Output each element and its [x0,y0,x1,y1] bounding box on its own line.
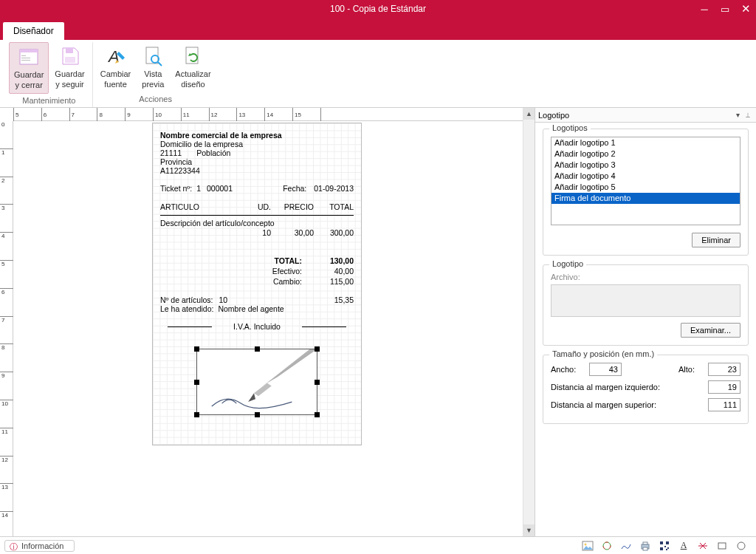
misc-amount: 15,35 [334,295,354,304]
scroll-down-icon[interactable]: ▼ [523,524,535,536]
logotipos-listbox[interactable]: Añadir logotipo 1Añadir logotipo 2Añadir… [551,137,740,225]
tool-cut-icon[interactable] [694,538,712,553]
maximize-button[interactable]: ▭ [715,0,735,18]
refresh-design-button[interactable]: Actualizar diseño [171,42,215,92]
panel-dropdown[interactable]: Logotipo [538,111,732,120]
list-item[interactable]: Añadir logotipo 2 [551,148,740,160]
svg-rect-21 [643,547,647,550]
tab-designer[interactable]: Diseñador [3,22,64,40]
size-position-group: Tamaño y posición (en mm.) Ancho: Alto: … [543,355,749,424]
svg-point-32 [738,542,745,550]
cash-value: 40,00 [302,266,354,276]
label-l2: y cerrar [16,81,43,91]
width-input[interactable] [589,363,622,376]
svg-rect-4 [21,60,30,61]
item-description: Descripción del artículo/concepto [160,219,354,228]
tool-image-icon[interactable] [579,538,597,553]
panel-pin-icon[interactable]: ⟂ [743,111,753,119]
col-total: TOTAL [314,202,354,212]
save-and-close-button[interactable]: Guardar y cerrar [9,42,49,94]
tool-font-icon[interactable]: A [675,538,693,553]
svg-rect-1 [20,49,38,52]
ticket-label: Ticket nº: [160,184,192,193]
change-label: Cambio: [228,276,302,287]
change-value: 115,00 [302,276,354,287]
height-label: Alto: [678,365,704,374]
svg-rect-5 [66,48,73,53]
tool-qr-icon[interactable] [656,538,673,553]
save-icon [58,44,82,68]
panel-dropdown-arrow-icon[interactable]: ▾ [732,111,743,119]
scroll-up-icon[interactable]: ▲ [523,108,535,120]
left-margin-input[interactable] [708,380,740,394]
horizontal-ruler: 0123456789101112131415 [13,108,535,121]
preview-icon [141,44,165,68]
height-input[interactable] [708,363,740,376]
info-button[interactable]: Información [4,540,75,552]
top-margin-input[interactable] [708,398,740,411]
vertical-ruler: 0123456789101112131415 [0,121,13,536]
change-font-button[interactable]: A Cambiar fuente [96,42,136,92]
titlebar: 100 - Copia de Estándar ─ ▭ ✕ [0,0,756,18]
article-count-label: Nº de artículos: [160,295,213,304]
list-item[interactable]: Firma del documento [551,193,740,204]
logotipos-legend: Logotipos [549,123,591,132]
design-canvas-pane: 0123456789101112131415 01234567891011121… [0,108,535,536]
minimize-button[interactable]: ─ [694,0,715,18]
list-item[interactable]: Añadir logotipo 3 [551,160,740,171]
label-l1: Guardar [55,69,84,80]
item-price: 30,00 [271,228,314,238]
col-article: ARTICULO [160,202,241,212]
width-label: Ancho: [551,365,585,374]
article-count-value: 10 [219,295,228,304]
svg-rect-23 [666,541,669,544]
tool-print-icon[interactable] [636,538,654,553]
svg-rect-3 [21,58,30,58]
svg-rect-24 [660,547,663,550]
ribbon-group-mantenimiento: Guardar y cerrar Guardar y seguir Manten… [6,42,93,107]
vertical-scrollbar[interactable]: ▲ ▼ [523,108,535,536]
tool-logo-icon[interactable] [598,538,616,553]
list-item[interactable]: Añadir logotipo 4 [551,171,740,182]
svg-rect-20 [643,542,647,544]
item-qty: 10 [241,228,271,238]
properties-panel: Logotipo ▾ ⟂ Logotipos Añadir logotipo 1… [535,108,756,536]
svg-line-10 [158,62,162,66]
svg-rect-2 [21,55,26,56]
canvas[interactable]: Nombre comercial de la empresa Domicilio… [13,121,523,536]
total-value: 130,00 [302,256,354,266]
group-label-acciones: Acciones [139,92,172,105]
svg-marker-12 [261,349,317,387]
svg-rect-6 [65,57,75,63]
size-legend: Tamaño y posición (en mm.) [549,349,657,358]
svg-marker-13 [254,383,272,396]
tool-circle-icon[interactable] [732,538,750,553]
company-province: Provincia [160,157,354,166]
tool-rect-icon[interactable] [713,538,731,553]
label-l1: Guardar [14,70,44,81]
label-l2: fuente [104,80,127,90]
ribbon-tab-row: Diseñador [0,18,756,40]
font-icon: A [104,44,128,68]
list-item[interactable]: Añadir logotipo 5 [551,182,740,193]
iva-included: I.V.A. Incluido [160,322,354,331]
svg-marker-14 [248,393,255,402]
browse-button[interactable]: Examinar... [681,323,740,338]
logotipo-legend: Logotipo [549,259,586,268]
ticket-preview: Nombre comercial de la empresa Domicilio… [152,123,362,445]
list-item[interactable]: Añadir logotipo 1 [551,137,740,148]
close-button[interactable]: ✕ [735,0,756,18]
tool-signature-icon[interactable] [617,538,635,553]
cash-label: Efectivo: [228,266,302,276]
delete-button[interactable]: Eliminar [692,233,740,247]
date-label: Fecha: [283,184,306,193]
company-zip: 21111 [160,148,182,157]
svg-text:A: A [107,47,120,66]
top-margin-label: Distancia al margen superior: [551,400,704,409]
company-city: Población [196,148,230,157]
svg-rect-31 [718,543,726,549]
signature-image-box[interactable] [196,349,317,415]
save-and-continue-button[interactable]: Guardar y seguir [50,42,89,94]
company-address: Domicilio de la empresa [160,140,354,148]
preview-button[interactable]: Vista previa [137,42,169,92]
